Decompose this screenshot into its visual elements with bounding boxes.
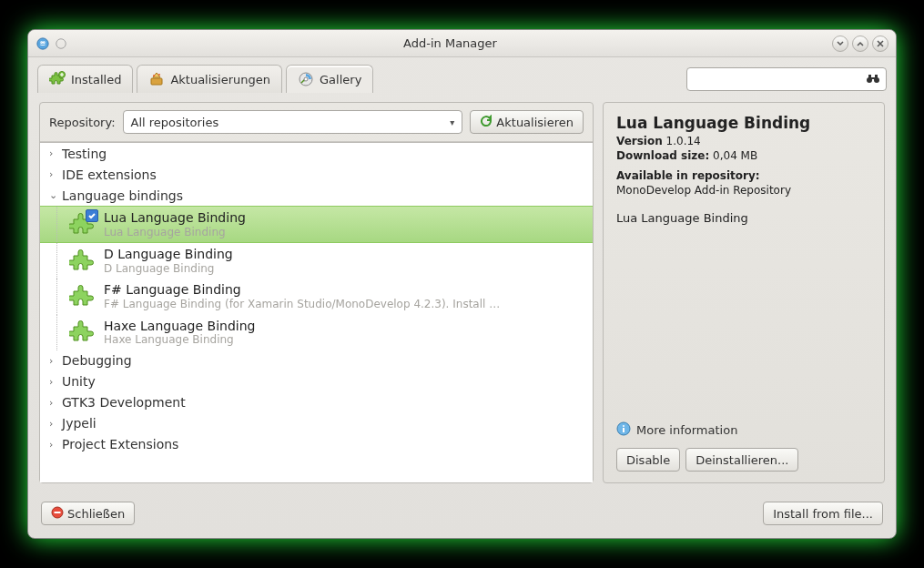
category-label: Unity: [62, 374, 96, 389]
tree-category[interactable]: ›Unity: [40, 371, 593, 392]
tab-gallery[interactable]: Gallery: [286, 65, 373, 93]
pin-icon[interactable]: [54, 36, 68, 51]
addin-tree[interactable]: ›Testing›IDE extensions⌄Language binding…: [40, 142, 593, 482]
footer: Schließen Install from file...: [28, 492, 896, 538]
content: Repository: All repositories ▾ Aktualisi…: [28, 93, 896, 492]
disable-button[interactable]: Disable: [616, 448, 680, 472]
toolbar: Installed Aktualisierungen Gallery: [28, 57, 896, 93]
svg-rect-3: [151, 78, 162, 85]
refresh-icon: [480, 115, 492, 130]
svg-rect-12: [871, 77, 875, 79]
addin-name: Lua Language Binding: [104, 210, 246, 226]
tree-category[interactable]: ›IDE extensions: [40, 164, 593, 185]
tree-category[interactable]: ›GTK3 Development: [40, 392, 593, 413]
chevron-down-icon: ⌄: [49, 189, 58, 201]
details-repo-label: Available in repository:: [616, 169, 871, 182]
addin-name: D Language Binding: [104, 247, 233, 262]
addin-item[interactable]: Lua Language BindingLua Language Binding: [40, 206, 593, 243]
tab-row: Installed Aktualisierungen Gallery: [37, 65, 373, 93]
left-panel: Repository: All repositories ▾ Aktualisi…: [39, 102, 594, 483]
tree-category[interactable]: ⌄Language bindings: [40, 185, 593, 206]
puzzle-icon: [69, 248, 96, 275]
category-label: GTK3 Development: [62, 395, 186, 410]
category-label: Debugging: [62, 353, 132, 368]
close-button[interactable]: [872, 36, 888, 52]
uninstall-button[interactable]: Deinstallieren...: [685, 448, 798, 472]
details-size: Download size: 0,04 MB: [616, 149, 871, 162]
repository-label: Repository:: [49, 116, 116, 129]
refresh-button[interactable]: Aktualisieren: [470, 110, 584, 134]
chevron-right-icon: ›: [49, 439, 58, 451]
titlebar: Add-in Manager: [28, 30, 896, 57]
repository-combo[interactable]: All repositories ▾: [123, 110, 463, 134]
details-actions: Disable Deinstallieren...: [616, 448, 871, 472]
tree-category[interactable]: ›Debugging: [40, 350, 593, 371]
svg-point-5: [158, 74, 160, 76]
svg-rect-15: [55, 512, 61, 513]
search-input[interactable]: [693, 73, 860, 86]
tree-category[interactable]: ›Jypeli: [40, 413, 593, 434]
details-version: Version 1.0.14: [616, 135, 871, 147]
chevron-right-icon: ›: [49, 418, 58, 430]
refresh-label: Aktualisieren: [496, 116, 574, 129]
chevron-right-icon: ›: [49, 376, 58, 388]
chevron-right-icon: ›: [49, 355, 58, 367]
tab-label: Installed: [71, 73, 121, 86]
details-repo: MonoDevelop Add-in Repository: [616, 184, 871, 197]
addin-name: Haxe Language Binding: [104, 319, 255, 334]
close-button-footer[interactable]: Schließen: [41, 502, 135, 525]
category-label: Language bindings: [62, 188, 183, 203]
svg-rect-11: [875, 75, 878, 79]
update-icon: [148, 71, 165, 87]
maximize-button[interactable]: [852, 36, 868, 52]
addin-desc: D Language Binding: [104, 262, 233, 275]
chevron-right-icon: ›: [49, 397, 58, 409]
chevron-right-icon: ›: [49, 147, 58, 159]
svg-point-4: [153, 75, 155, 76]
repository-selected: All repositories: [131, 116, 219, 129]
tree-category[interactable]: ›Project Extensions: [40, 434, 593, 455]
addin-desc: F# Language Binding (for Xamarin Studio/…: [104, 298, 504, 310]
binoculars-icon: [866, 70, 880, 87]
chevron-down-icon: ▾: [450, 117, 454, 127]
details-title: Lua Language Binding: [616, 114, 871, 132]
app-icon: [36, 36, 50, 51]
gallery-icon: [298, 71, 314, 87]
info-icon: [616, 421, 631, 439]
addin-desc: Haxe Language Binding: [104, 333, 255, 346]
window-title: Add-in Manager: [72, 36, 828, 50]
puzzle-icon: [69, 211, 96, 238]
minimize-button[interactable]: [832, 36, 848, 52]
addin-manager-window: Add-in Manager Installed Aktualisierunge…: [27, 29, 897, 539]
category-label: Jypeli: [62, 416, 96, 431]
chevron-right-icon: ›: [49, 168, 58, 180]
tab-label: Gallery: [320, 73, 361, 86]
addin-desc: Lua Language Binding: [104, 226, 246, 238]
addin-name: F# Language Binding: [104, 282, 504, 298]
puzzle-icon: [69, 319, 96, 346]
tab-label: Aktualisierungen: [170, 73, 270, 86]
repo-row: Repository: All repositories ▾ Aktualisi…: [40, 103, 593, 142]
svg-point-7: [304, 77, 308, 81]
installed-check-icon: [86, 209, 98, 222]
more-information-link[interactable]: More information: [616, 421, 871, 439]
category-label: Project Extensions: [62, 437, 178, 451]
puzzle-plus-icon: [49, 71, 66, 87]
addin-item[interactable]: F# Language BindingF# Language Binding (…: [40, 279, 593, 314]
cancel-icon: [51, 506, 64, 522]
addin-item[interactable]: Haxe Language BindingHaxe Language Bindi…: [40, 315, 593, 350]
details-description: Lua Language Binding: [616, 211, 871, 412]
puzzle-icon: [69, 283, 96, 310]
addin-item[interactable]: D Language BindingD Language Binding: [40, 243, 593, 279]
tab-installed[interactable]: Installed: [37, 65, 133, 93]
tab-updates[interactable]: Aktualisierungen: [137, 65, 282, 93]
svg-point-0: [37, 37, 48, 48]
svg-rect-10: [868, 75, 871, 79]
tree-category[interactable]: ›Testing: [40, 143, 593, 164]
category-label: IDE extensions: [62, 167, 157, 182]
category-label: Testing: [62, 147, 107, 161]
search-box[interactable]: [686, 67, 887, 91]
svg-point-1: [56, 38, 66, 48]
details-panel: Lua Language Binding Version 1.0.14 Down…: [603, 102, 885, 483]
install-from-file-button[interactable]: Install from file...: [763, 502, 883, 525]
